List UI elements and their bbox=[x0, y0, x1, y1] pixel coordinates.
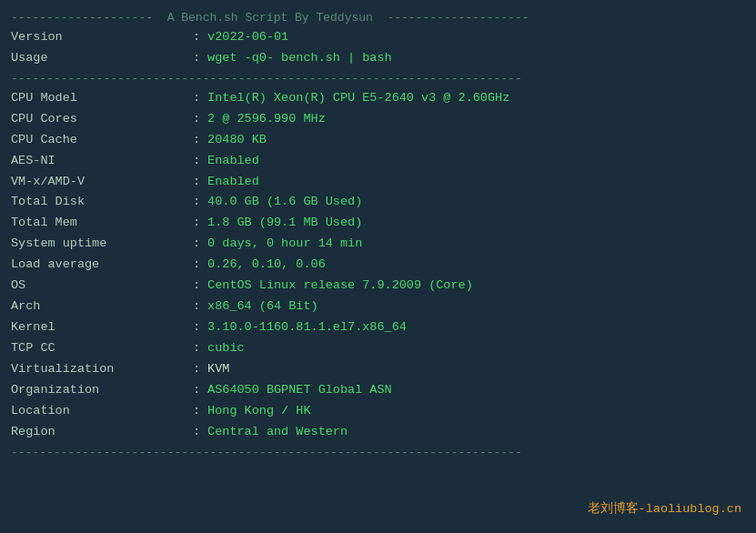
usage-colon: : bbox=[193, 49, 200, 68]
row-value: 20480 KB bbox=[207, 131, 267, 150]
info-row: Total Disk: 40.0 GB (1.6 GB Used) bbox=[11, 193, 745, 212]
usage-value: wget -q0- bench.sh | bash bbox=[207, 49, 392, 68]
info-row: CPU Cache: 20480 KB bbox=[11, 131, 745, 150]
row-value: 0.26, 0.10, 0.06 bbox=[207, 256, 326, 275]
row-value: 40.0 GB (1.6 GB Used) bbox=[207, 193, 362, 212]
row-colon: : bbox=[193, 297, 200, 317]
row-label: Total Disk bbox=[11, 193, 193, 212]
row-colon: : bbox=[193, 381, 200, 400]
row-label: Load average bbox=[11, 256, 193, 275]
row-label: VM-x/AMD-V bbox=[11, 173, 193, 192]
info-row: System uptime: 0 days, 0 hour 14 min bbox=[11, 235, 745, 254]
divider-mid: ----------------------------------------… bbox=[11, 72, 745, 85]
row-label: Location bbox=[11, 402, 193, 421]
row-label: TCP CC bbox=[11, 339, 193, 358]
row-label: Kernel bbox=[11, 318, 193, 337]
row-label: CPU Model bbox=[11, 89, 193, 108]
row-colon: : bbox=[193, 173, 200, 192]
info-row: Region: Central and Western bbox=[11, 423, 745, 442]
row-colon: : bbox=[193, 318, 200, 337]
row-label: Arch bbox=[11, 297, 193, 317]
usage-row: Usage : wget -q0- bench.sh | bash bbox=[11, 49, 745, 68]
row-label: OS bbox=[11, 277, 193, 296]
row-colon: : bbox=[193, 110, 200, 129]
row-value: 0 days, 0 hour 14 min bbox=[207, 235, 362, 254]
row-label: AES-NI bbox=[11, 152, 193, 171]
row-colon: : bbox=[193, 402, 200, 421]
info-row: CPU Model: Intel(R) Xeon(R) CPU E5-2640 … bbox=[11, 89, 745, 108]
row-value: CentOS Linux release 7.9.2009 (Core) bbox=[207, 277, 473, 296]
row-value: Central and Western bbox=[207, 423, 348, 442]
info-row: AES-NI: Enabled bbox=[11, 152, 745, 171]
row-label: System uptime bbox=[11, 235, 193, 254]
row-value: KVM bbox=[207, 360, 229, 379]
row-label: Virtualization bbox=[11, 360, 193, 379]
info-row: Organization: AS64050 BGPNET Global ASN bbox=[11, 381, 745, 400]
footer-divider: ----------------------------------------… bbox=[11, 446, 745, 459]
info-row: OS: CentOS Linux release 7.9.2009 (Core) bbox=[11, 277, 745, 296]
info-row: Total Mem: 1.8 GB (99.1 MB Used) bbox=[11, 214, 745, 233]
watermark: 老刘博客-laoliublog.cn bbox=[588, 500, 741, 517]
info-row: Location: Hong Kong / HK bbox=[11, 402, 745, 421]
row-value: 3.10.0-1160.81.1.el7.x86_64 bbox=[207, 318, 407, 337]
data-rows: CPU Model: Intel(R) Xeon(R) CPU E5-2640 … bbox=[11, 89, 745, 442]
row-label: Total Mem bbox=[11, 214, 193, 233]
info-row: TCP CC: cubic bbox=[11, 339, 745, 358]
row-value: Enabled bbox=[207, 173, 259, 192]
row-label: Organization bbox=[11, 381, 193, 400]
info-row: Load average: 0.26, 0.10, 0.06 bbox=[11, 256, 745, 275]
row-colon: : bbox=[193, 152, 200, 171]
row-label: Region bbox=[11, 423, 193, 442]
title-line: -------------------- A Bench.sh Script B… bbox=[11, 11, 745, 25]
row-label: CPU Cache bbox=[11, 131, 193, 150]
row-colon: : bbox=[193, 131, 200, 150]
row-value: Hong Kong / HK bbox=[207, 402, 310, 421]
info-row: VM-x/AMD-V: Enabled bbox=[11, 173, 745, 192]
row-colon: : bbox=[193, 360, 200, 379]
row-colon: : bbox=[193, 193, 200, 212]
version-label: Version bbox=[11, 28, 193, 47]
version-value: v2022-06-01 bbox=[207, 28, 288, 47]
row-colon: : bbox=[193, 256, 200, 275]
info-row: Arch: x86_64 (64 Bit) bbox=[11, 297, 745, 317]
row-colon: : bbox=[193, 235, 200, 254]
info-row: CPU Cores: 2 @ 2596.990 MHz bbox=[11, 110, 745, 129]
version-colon: : bbox=[193, 28, 200, 47]
row-value: x86_64 (64 Bit) bbox=[207, 297, 318, 317]
row-label: CPU Cores bbox=[11, 110, 193, 129]
row-colon: : bbox=[193, 89, 200, 108]
info-row: Virtualization: KVM bbox=[11, 360, 745, 379]
row-value: 1.8 GB (99.1 MB Used) bbox=[207, 214, 362, 233]
row-value: AS64050 BGPNET Global ASN bbox=[207, 381, 392, 400]
row-colon: : bbox=[193, 277, 200, 296]
usage-label: Usage bbox=[11, 49, 193, 68]
row-value: Enabled bbox=[207, 152, 259, 171]
row-colon: : bbox=[193, 339, 200, 358]
row-value: cubic bbox=[207, 339, 245, 358]
version-row: Version : v2022-06-01 bbox=[11, 28, 745, 47]
row-value: Intel(R) Xeon(R) CPU E5-2640 v3 @ 2.60GH… bbox=[207, 89, 509, 108]
row-colon: : bbox=[193, 423, 200, 442]
info-row: Kernel: 3.10.0-1160.81.1.el7.x86_64 bbox=[11, 318, 745, 337]
row-value: 2 @ 2596.990 MHz bbox=[207, 110, 326, 129]
row-colon: : bbox=[193, 214, 200, 233]
